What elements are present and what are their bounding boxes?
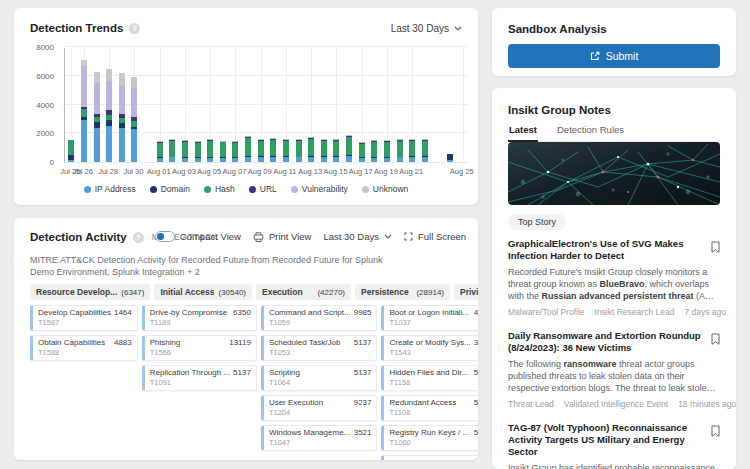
legend-label: Domain	[161, 184, 190, 194]
legend-item[interactable]: Hash	[204, 184, 235, 194]
technique-card[interactable]: Phishing13119T1566	[142, 335, 257, 361]
x-tick-label: Aug 01	[147, 167, 171, 176]
gridline	[65, 132, 468, 133]
column-header: Resource Develop...(6347)	[30, 284, 150, 300]
legend-dot-icon	[362, 186, 369, 193]
technique-card-top: Scheduled Task/Job5137	[269, 338, 372, 347]
technique-count: 1464	[114, 308, 132, 317]
bar-segment	[195, 143, 201, 157]
bar-segment	[157, 142, 163, 143]
technique-card-top: Drive-by Compromise6350	[150, 308, 251, 317]
technique-card[interactable]: Boot or Logon Initiali...4845T1037	[381, 305, 478, 331]
bar-segment	[346, 137, 352, 155]
bookmark-button[interactable]	[711, 330, 720, 354]
meta-item: 18 minutes ago	[678, 399, 736, 409]
tab-detection-rules[interactable]: Detection Rules	[556, 124, 625, 141]
legend-dot-icon	[249, 186, 256, 193]
technique-card[interactable]: Redundant Access5137T1108	[381, 395, 478, 421]
legend-item[interactable]: Unknown	[362, 184, 408, 194]
legend-item[interactable]: URL	[249, 184, 277, 194]
technique-card[interactable]: Obtain Capabilities4883T1588	[30, 335, 138, 361]
technique-card[interactable]: User Execution9237T1204	[261, 395, 378, 421]
trends-time-range-select[interactable]: Last 30 Days	[391, 23, 462, 34]
board-columns: Develop Capabilities1464T1587Obtain Capa…	[30, 305, 478, 460]
help-icon[interactable]: ?	[129, 23, 140, 34]
tab-latest[interactable]: Latest	[508, 124, 538, 142]
top-story-image[interactable]	[508, 142, 720, 205]
story-header: Daily Ransomware and Extortion Roundup (…	[508, 330, 720, 354]
bar-segment	[119, 118, 125, 123]
column-count: (6347)	[121, 288, 144, 297]
sandbox-submit-button[interactable]: Submit	[508, 44, 720, 68]
bar-segment	[409, 157, 415, 162]
story-body: Insikt Group has identified probable rec…	[508, 462, 720, 469]
bar-segment	[270, 138, 276, 139]
meta-item: Insikt Research Lead	[595, 307, 675, 317]
technique-card[interactable]: Registry Run Keys / ...5137T1060	[381, 425, 478, 451]
technique-card[interactable]: Scheduled Task/Job5137T1053	[381, 455, 478, 460]
column-name: Execution	[262, 287, 303, 297]
bar-segment	[346, 135, 352, 136]
technique-card[interactable]: Scheduled Task/Job5137T1053	[261, 335, 378, 361]
bar-segment	[106, 115, 112, 121]
column-count: (30540)	[218, 288, 246, 297]
technique-name: Windows Manageme...	[269, 428, 350, 437]
bar-segment	[106, 81, 112, 110]
legend-dot-icon	[291, 186, 298, 193]
bookmark-button[interactable]	[711, 422, 720, 458]
legend-label: Hash	[215, 184, 235, 194]
printer-icon	[253, 232, 264, 242]
insikt-stories-list: Top StoryGraphicalElectron's Use of SVG …	[508, 211, 720, 469]
bar-segment	[296, 140, 302, 141]
bar-segment	[384, 142, 390, 157]
board-column: Boot or Logon Initiali...4845T1037Create…	[381, 305, 478, 460]
bar-segment	[169, 156, 175, 157]
technique-card-top: Hidden Files and Dir...5137	[389, 368, 478, 377]
technique-card-top: Phishing13119	[150, 338, 251, 347]
legend-item[interactable]: Vulnerability	[291, 184, 348, 194]
gridline	[65, 104, 468, 105]
story-title[interactable]: GraphicalElectron's Use of SVG Makes Inf…	[508, 238, 705, 262]
story-title[interactable]: TAG-87 (Volt Typhoon) Reconnaissance Act…	[508, 422, 705, 458]
technique-count: 13119	[229, 338, 251, 347]
technique-card[interactable]: Develop Capabilities1464T1587	[30, 305, 138, 331]
print-view-button[interactable]: Print View	[253, 231, 312, 242]
technique-card[interactable]: Command and Script...9985T1059	[261, 305, 378, 331]
x-tick-label: Aug 09	[248, 167, 272, 176]
legend-item[interactable]: Domain	[150, 184, 190, 194]
x-tick-label: Aug 15	[324, 167, 348, 176]
technique-card[interactable]: Scripting5137T1064	[261, 365, 378, 391]
technique-name: Redundant Access	[389, 398, 456, 407]
technique-card[interactable]: Hidden Files and Dir...5137T1158	[381, 365, 478, 391]
bar-segment	[81, 120, 87, 162]
technique-card[interactable]: Replication Through ...5137T1091	[142, 365, 257, 391]
bar-segment	[384, 158, 390, 162]
bar-segment	[384, 141, 390, 142]
technique-card[interactable]: Create or Modify Sys...3521T1543	[381, 335, 478, 361]
technique-code: T1543	[389, 348, 478, 357]
mitre-attack-board: Resource Develop...(6347)Initial Access(…	[30, 284, 478, 460]
technique-card[interactable]: Windows Manageme...3521T1047	[261, 425, 378, 451]
technique-card[interactable]: Drive-by Compromise6350T1189	[142, 305, 257, 331]
story-text: Russian advanced persistent threat	[542, 291, 694, 301]
bar-segment	[409, 141, 415, 156]
bar-segment	[207, 157, 213, 158]
bar-segment	[195, 141, 201, 142]
story-title[interactable]: Daily Ransomware and Extortion Roundup (…	[508, 330, 705, 354]
full-screen-button[interactable]: Full Screen	[404, 231, 466, 242]
bookmark-button[interactable]	[711, 238, 720, 262]
bar-segment	[81, 107, 87, 109]
legend-item[interactable]: IP Address	[84, 184, 136, 194]
help-icon[interactable]: ?	[133, 232, 144, 243]
detection-trends-title: Detection Trends	[30, 22, 123, 34]
technique-code: T1053	[269, 348, 372, 357]
technique-name: Scripting	[269, 368, 300, 377]
bar-segment	[131, 117, 137, 121]
bar-segment	[321, 141, 327, 157]
compact-view-toggle[interactable]: Compact View	[155, 231, 241, 242]
technique-count: 3521	[474, 338, 478, 347]
bar-segment	[245, 136, 251, 137]
technique-card-top: Redundant Access5137	[389, 398, 478, 407]
activity-time-range-select[interactable]: Last 30 Days	[323, 231, 391, 242]
bar-segment	[422, 140, 428, 141]
